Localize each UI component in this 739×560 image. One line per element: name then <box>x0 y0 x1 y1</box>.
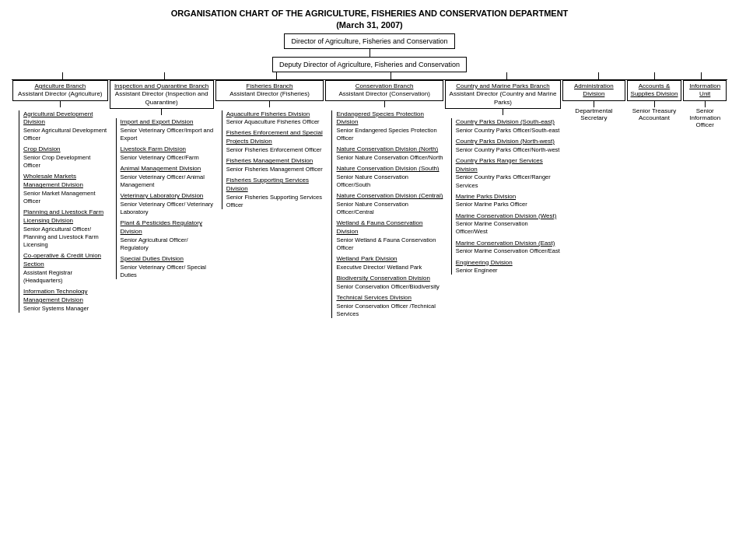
fisheries-divisions: Aquaculture Fisheries Division Senior Aq… <box>215 107 324 209</box>
insp-div-4: Veterinary Laboratory Division Senior Ve… <box>119 192 214 216</box>
cons-div-7: Biodiversity Conservation Division Senio… <box>334 275 443 291</box>
page-title: ORGANISATION CHART OF THE AGRICULTURE, F… <box>4 8 735 32</box>
info-branch: Information Unit Senior Information Offi… <box>682 80 727 318</box>
country-branch-box: Country and Marine Parks Branch Assistan… <box>445 80 561 109</box>
cons-div-8: Technical Services Division Senior Conse… <box>334 294 443 318</box>
fish-div-4: Fisheries Supporting Services Division S… <box>225 177 324 209</box>
cntry-div-3: Country Parks Ranger Services Division S… <box>454 157 561 190</box>
administration-box: Administration Division <box>562 80 625 101</box>
agri-div-5: Co-operative & Credit Union Section Assi… <box>22 252 108 285</box>
deputy-box: Deputy Director of Agriculture, Fisherie… <box>272 57 467 72</box>
cntry-div-2: Country Parks Division (North-west) Seni… <box>454 138 561 154</box>
conservation-branch-box: Conservation Branch Assistant Director (… <box>325 80 443 101</box>
info-sub: Senior Information Officer <box>683 107 727 128</box>
accounts-branch: Accounts & Supplies Division Senior Trea… <box>626 80 683 318</box>
inspection-branch: Inspection and Quarantine Branch Assista… <box>109 80 215 318</box>
insp-div-6: Special Duties Division Senior Veterinar… <box>119 255 214 279</box>
fish-div-2: Fisheries Enforcement and Special Projec… <box>225 129 324 154</box>
cntry-div-5: Marine Conservation Division (West) Seni… <box>454 212 561 236</box>
director-box: Director of Agriculture, Fisheries and C… <box>284 33 454 49</box>
cntry-div-7: Engineering Division Senior Engineer <box>454 259 561 275</box>
cntry-div-6: Marine Conservation Division (East) Seni… <box>454 240 561 256</box>
cntry-div-4: Marine Parks Division Senior Marine Park… <box>454 193 561 209</box>
fisheries-branch-box: Fisheries Branch Assistant Director (Fis… <box>215 80 324 101</box>
administration-branch: Administration Division Departmental Sec… <box>562 80 625 318</box>
cons-div-1: Endangered Species Protection Division S… <box>334 110 443 143</box>
agri-div-1: Agricultural Development Division Senior… <box>22 110 108 143</box>
cons-div-2: Nature Conservation Division (North) Sen… <box>334 145 443 162</box>
conservation-branch: Conservation Branch Assistant Director (… <box>324 80 443 318</box>
cons-div-4: Nature Conservation Division (Central) S… <box>334 192 443 216</box>
cons-div-3: Nature Conservation Division (South) Sen… <box>334 165 443 189</box>
conservation-divisions: Endangered Species Protection Division S… <box>325 107 443 319</box>
page: ORGANISATION CHART OF THE AGRICULTURE, F… <box>0 0 739 326</box>
fisheries-branch: Fisheries Branch Assistant Director (Fis… <box>215 80 325 318</box>
agriculture-branch: Agriculture Branch Assistant Director (A… <box>12 80 109 318</box>
agri-div-3: Wholesale Markets Management Division Se… <box>22 173 108 205</box>
country-branch: Country and Marine Parks Branch Assistan… <box>444 80 562 318</box>
agriculture-divisions: Agricultural Development Division Senior… <box>12 107 108 313</box>
agri-div-6: Information Technology Management Divisi… <box>22 288 108 313</box>
inspection-branch-box: Inspection and Quarantine Branch Assista… <box>110 80 214 109</box>
fish-div-1: Aquaculture Fisheries Division Senior Aq… <box>225 110 324 127</box>
insp-div-5: Plant & Pesticides Regulatory Division S… <box>119 219 214 252</box>
insp-div-3: Animal Management Division Senior Veteri… <box>119 165 214 189</box>
cons-div-6: Wetland Park Division Executive Director… <box>334 255 443 271</box>
info-box: Information Unit <box>683 80 727 101</box>
inspection-divisions: Import and Export Division Senior Veteri… <box>110 115 214 279</box>
agri-div-2: Crop Division Senior Crop Development Of… <box>22 145 108 170</box>
agriculture-branch-box: Agriculture Branch Assistant Director (A… <box>12 80 108 101</box>
connector-v1 <box>370 49 370 57</box>
admin-sub: Departmental Secretary <box>562 107 625 121</box>
insp-div-1: Import and Export Division Senior Veteri… <box>119 118 214 142</box>
cntry-div-1: Country Parks Division (South-east) Seni… <box>454 118 561 135</box>
fish-div-3: Fisheries Management Division Senior Fis… <box>225 157 324 173</box>
accounts-box: Accounts & Supplies Division <box>627 80 682 101</box>
accounts-sub: Senior Treasury Accountant <box>627 107 682 121</box>
country-divisions: Country Parks Division (South-east) Seni… <box>445 115 561 275</box>
agri-div-4: Planning and Livestock Farm Licensing Di… <box>22 208 108 249</box>
cons-div-5: Wetland & Fauna Conservation Division Se… <box>334 219 443 252</box>
insp-div-2: Livestock Farm Division Senior Veterinar… <box>119 145 214 162</box>
